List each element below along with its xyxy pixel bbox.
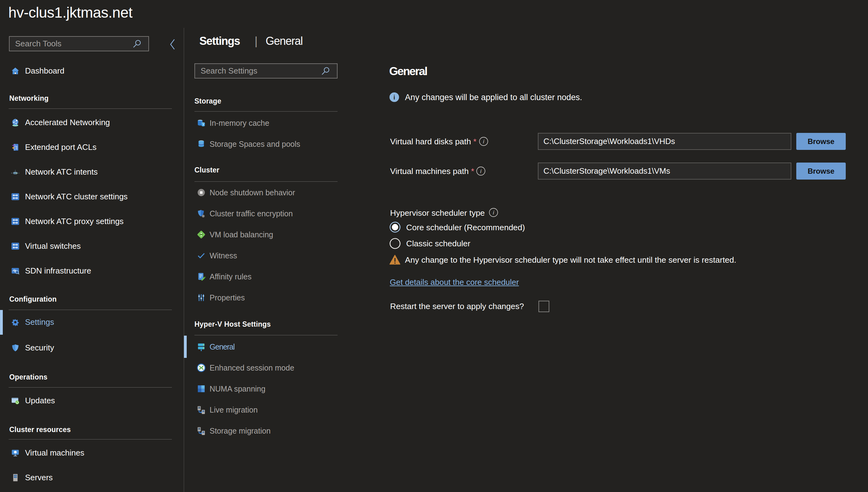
svg-text:i: i	[394, 94, 395, 101]
svg-text:i: i	[480, 168, 482, 174]
svg-text:i: i	[483, 139, 485, 145]
svg-text:i: i	[493, 210, 495, 216]
